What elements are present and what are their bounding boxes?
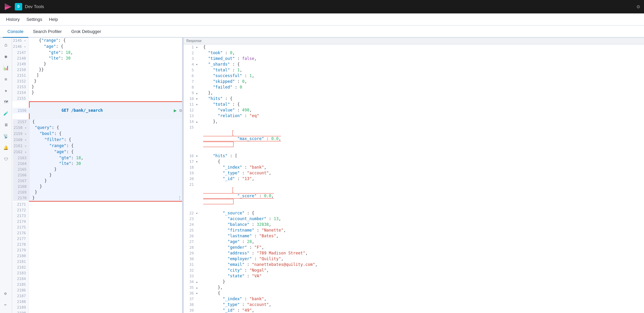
response-line-26: 26 "lastname" : "Bates", bbox=[184, 233, 644, 239]
uptime-icon[interactable]: 🔔 bbox=[1, 142, 11, 153]
response-line-36: 36 ▾ { bbox=[184, 290, 644, 296]
canvas-icon[interactable]: ◈ bbox=[1, 85, 11, 96]
code-line-2158: 2158 ▾ "query": { bbox=[30, 125, 183, 131]
code-line-2148: 2148 "lte": 30 bbox=[12, 56, 183, 61]
code-line-2154: 2154 } bbox=[12, 90, 183, 96]
code-line-2184: 2184 bbox=[12, 276, 183, 282]
tab-console[interactable]: Console bbox=[3, 26, 28, 38]
code-line-2169: 2169 } bbox=[30, 189, 183, 195]
tabs: Console Search Profiler Grok Debugger bbox=[0, 26, 644, 38]
code-line-2150: 2150 }} bbox=[12, 67, 183, 73]
code-line-2168: 2168 } bbox=[30, 184, 183, 189]
maps-icon[interactable]: 🗺 bbox=[1, 97, 11, 107]
code-line-2162: 2162 ▾ "age": { bbox=[30, 149, 183, 155]
code-line-2188: 2188 bbox=[12, 299, 183, 305]
response-line-32: 32 "city" : "Nogal", bbox=[184, 268, 644, 273]
dashboard-icon[interactable]: ⊞ bbox=[1, 74, 11, 84]
response-line-25: 25 "firstname" : "Nanette", bbox=[184, 228, 644, 233]
apm-icon[interactable]: 📡 bbox=[1, 131, 11, 142]
response-line-37: 37 "_index" : "bank", bbox=[184, 296, 644, 302]
vertical-dots-menu[interactable]: ⋮ bbox=[177, 195, 182, 201]
code-line-2175: 2175 bbox=[12, 224, 183, 230]
code-line-2163: 2163 "gte": 18, bbox=[30, 155, 183, 161]
nav-history[interactable]: History bbox=[3, 13, 23, 26]
nav-help[interactable]: Help bbox=[45, 13, 61, 26]
response-line-5: 5 "total" : 1, bbox=[184, 67, 644, 73]
code-line-2179: 2179 bbox=[12, 247, 183, 253]
response-line-4: 4 ▾ "_shards" : { bbox=[184, 62, 644, 67]
nav-settings[interactable]: Settings bbox=[23, 13, 45, 26]
response-line-18: 18 "_index" : "bank", bbox=[184, 165, 644, 170]
code-line-2176: 2176 bbox=[12, 230, 183, 236]
code-line-2160: 2160 ▾ "filter": { bbox=[30, 137, 183, 143]
visualize-icon[interactable]: 📊 bbox=[1, 62, 11, 73]
response-line-23: 23 "account_number" : 13, bbox=[184, 216, 644, 222]
response-line-1: 1 ▾ { bbox=[184, 44, 644, 50]
response-line-12: 12 "value" : 498, bbox=[184, 107, 644, 113]
code-line-2190: 2190 bbox=[12, 310, 183, 313]
response-line-20: 20 "_id" : "13", bbox=[184, 176, 644, 182]
code-line-2166: 2166 } bbox=[30, 172, 183, 178]
right-panel: Response 1 ▾ { 2 "took" : 0, 3 "t bbox=[184, 38, 644, 313]
code-line-2171: 2171 bbox=[12, 202, 183, 207]
code-line-2182: 2182 bbox=[12, 265, 183, 270]
code-line-2178: 2178 bbox=[12, 242, 183, 247]
code-line-2155: 2155 bbox=[12, 96, 183, 101]
code-line-2165: 2165 } bbox=[30, 167, 183, 172]
code-line-2151: 2151 ] bbox=[12, 73, 183, 78]
collapse-sidebar-icon[interactable]: ↔ bbox=[0, 299, 11, 310]
response-line-21: 21 "_score" : 0.0, bbox=[184, 182, 644, 210]
response-line-31: 31 "email" : "nanettebates@quility.com", bbox=[184, 262, 644, 268]
code-line-2152: 2152 } bbox=[12, 78, 183, 84]
stack-management-icon[interactable]: ⚙ bbox=[0, 288, 11, 299]
response-line-17: 17 ▾ { bbox=[184, 159, 644, 165]
code-line-2147: 2147 "gte": 18, bbox=[12, 50, 183, 56]
code-line-2161: 2161 ▾ "range": { bbox=[30, 143, 183, 149]
tab-search-profiler[interactable]: Search Profiler bbox=[28, 26, 67, 38]
code-line-2153: 2153 } bbox=[12, 84, 183, 90]
tab-grok-debugger[interactable]: Grok Debugger bbox=[67, 26, 106, 38]
code-line-2174: 2174 bbox=[12, 219, 183, 224]
response-line-2: 2 "took" : 0, bbox=[184, 50, 644, 56]
topbar: D Dev Tools ⚙ bbox=[0, 0, 644, 13]
navbar: History Settings Help bbox=[0, 13, 644, 26]
code-line-2186: 2186 bbox=[12, 287, 183, 293]
code-line-2159: 2159 ▾ "bool": { bbox=[30, 131, 183, 137]
run-query-button[interactable]: ▶ bbox=[173, 108, 178, 113]
code-line-2157: 2157 { bbox=[30, 119, 183, 125]
code-line-2187: 2187 bbox=[12, 293, 183, 299]
response-line-27: 27 "age" : 28, bbox=[184, 239, 644, 245]
response-line-8: 8 "failed" : 0 bbox=[184, 84, 644, 90]
code-line-2185: 2185 bbox=[12, 282, 183, 287]
svg-marker-1 bbox=[5, 3, 11, 7]
app-title: Dev Tools bbox=[25, 4, 637, 9]
response-line-35: 35 ▴ }, bbox=[184, 285, 644, 290]
home-icon[interactable]: ⌂ bbox=[1, 39, 11, 50]
code-line-2146: 2146 ▾ "age": { bbox=[12, 44, 183, 50]
response-line-13: 13 "relation" : "eq" bbox=[184, 113, 644, 119]
response-viewer[interactable]: 1 ▾ { 2 "took" : 0, 3 "timed_out" : fals… bbox=[184, 44, 644, 313]
response-line-39: 39 "_id" : "49", bbox=[184, 308, 644, 313]
response-line-11: 11 ▾ "total" : { bbox=[184, 102, 644, 107]
topbar-settings-icon[interactable]: ⚙ bbox=[637, 3, 640, 10]
code-line-2149: 2149 } bbox=[12, 61, 183, 67]
response-label: Response bbox=[186, 39, 202, 43]
discover-icon[interactable]: ◉ bbox=[1, 51, 11, 62]
siem-icon[interactable]: 🛡 bbox=[1, 154, 11, 165]
response-line-24: 24 "balance" : 32838, bbox=[184, 222, 644, 228]
code-line-2156: 2156 GET /bank/_search ▶ ⧉ bbox=[29, 101, 183, 119]
query-editor[interactable]: 2145 ▾ {"range": { 2146 ▾ "age": { 2147 … bbox=[12, 38, 183, 313]
response-line-10: 10 ▾ "hits" : { bbox=[184, 96, 644, 102]
response-line-33: 33 "state" : "VA" bbox=[184, 273, 644, 279]
response-line-34: 34 ▴ } bbox=[184, 279, 644, 285]
ml-icon[interactable]: 🧪 bbox=[1, 108, 11, 119]
panel-resize-handle[interactable] bbox=[182, 38, 183, 313]
infra-icon[interactable]: 🖥 bbox=[1, 119, 11, 130]
code-line-2180: 2180 bbox=[12, 253, 183, 259]
response-line-9: 9 ▴ }, bbox=[184, 90, 644, 96]
code-line-2170: 2170 } ⋮ bbox=[29, 195, 183, 202]
code-line-2177: 2177 bbox=[12, 236, 183, 242]
left-panel: 2145 ▾ {"range": { 2146 ▾ "age": { 2147 … bbox=[12, 38, 184, 313]
response-line-30: 30 "employer" : "Quility", bbox=[184, 256, 644, 262]
response-line-15: 15 "max_score" : 0.0, bbox=[184, 125, 644, 153]
